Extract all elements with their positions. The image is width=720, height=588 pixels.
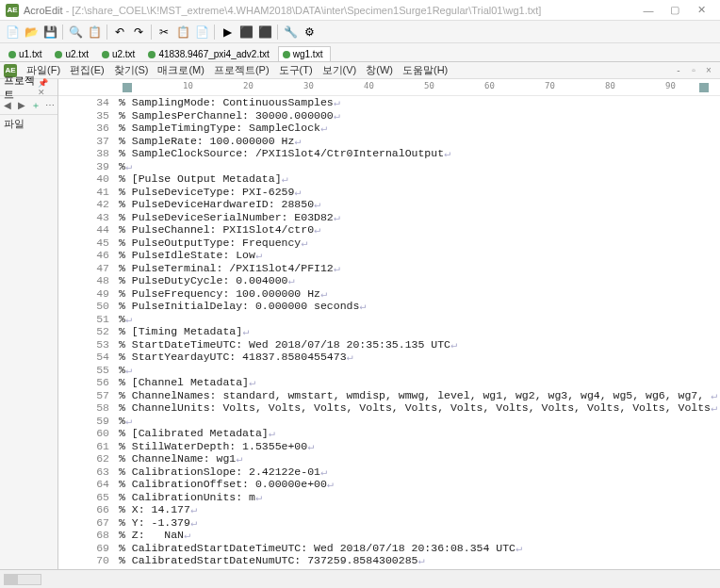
line-text[interactable]: % ChannelNames: standard, wmstart, wmdis… xyxy=(119,389,720,402)
line-text[interactable]: % StartDateTimeUTC: Wed 2018/07/18 20:35… xyxy=(119,338,720,351)
line-text[interactable]: % [Calibrated Metadata]↵ xyxy=(119,427,720,440)
code-line[interactable]: 70% CalibratedStartDateNumUTC: 737259.85… xyxy=(58,554,720,567)
sidebar-pin-icon[interactable]: 📌 ✕ xyxy=(38,78,54,97)
mdi-restore[interactable]: ▫ xyxy=(686,65,701,75)
code-line[interactable]: 44% PulseChannel: PXI1Slot4/ctr0↵ xyxy=(58,223,720,237)
line-text[interactable]: % SamplingMode: ContinuousSamples↵ xyxy=(119,96,720,109)
menu-도움말(H)[interactable]: 도움말(H) xyxy=(398,64,452,75)
toolbar-button-4[interactable]: 🔍 xyxy=(67,24,84,41)
sidebar-more-icon[interactable]: ⋯ xyxy=(43,99,56,112)
line-text[interactable]: % [Pulse Output Metadata]↵ xyxy=(119,172,720,186)
toolbar-button-12[interactable]: 📄 xyxy=(193,24,210,41)
menu-프로젝트(P)[interactable]: 프로젝트(P) xyxy=(209,64,274,75)
toolbar-button-10[interactable]: ✂ xyxy=(155,24,172,41)
code-line[interactable]: 52% [Timing Metadata]↵ xyxy=(58,325,720,338)
code-area[interactable]: 34% SamplingMode: ContinuousSamples↵35% … xyxy=(58,96,720,569)
toolbar-button-2[interactable]: 💾 xyxy=(41,24,58,41)
line-text[interactable]: %↵ xyxy=(119,567,720,570)
code-line[interactable]: 47% PulseTerminal: /PXI1Slot4/PFI12↵ xyxy=(58,262,720,275)
code-line[interactable]: 59%↵ xyxy=(58,415,720,428)
toolbar-button-19[interactable]: ⚙ xyxy=(301,24,318,41)
line-text[interactable]: % ChannelUnits: Volts, Volts, Volts, Vol… xyxy=(119,401,720,415)
line-text[interactable]: % Z: NaN↵ xyxy=(119,529,720,542)
code-line[interactable]: 63% CalibrationSlope: 2.42122e-01↵ xyxy=(58,466,720,479)
line-text[interactable]: % X: 14.177↵ xyxy=(119,503,720,516)
menu-보기(V)[interactable]: 보기(V) xyxy=(318,64,362,75)
code-line[interactable]: 39%↵ xyxy=(58,160,720,173)
line-text[interactable]: % PulseDeviceSerialNumber: E03D82↵ xyxy=(119,211,720,224)
code-line[interactable]: 60% [Calibrated Metadata]↵ xyxy=(58,427,720,440)
line-text[interactable]: %↵ xyxy=(119,313,720,326)
line-text[interactable]: % PulseIdleState: Low↵ xyxy=(119,249,720,262)
line-text[interactable]: %↵ xyxy=(119,160,720,173)
sidebar-fwd-icon[interactable]: ▶ xyxy=(16,99,28,112)
menu-창(W)[interactable]: 창(W) xyxy=(361,64,398,75)
code-line[interactable]: 64% CalibrationOffset: 0.00000e+00↵ xyxy=(58,478,720,491)
window-minimize[interactable]: — xyxy=(635,2,662,19)
toolbar-button-8[interactable]: ↷ xyxy=(130,24,147,41)
line-text[interactable]: % CalibrationUnits: m↵ xyxy=(119,491,720,504)
line-text[interactable]: % PulseDutyCycle: 0.004000↵ xyxy=(119,274,720,287)
line-text[interactable]: % [Timing Metadata]↵ xyxy=(119,325,720,338)
code-line[interactable]: 56% [Channel Metadata]↵ xyxy=(58,376,720,389)
code-line[interactable]: 49% PulseFrequency: 100.000000 Hz↵ xyxy=(58,287,720,301)
code-line[interactable]: 40% [Pulse Output Metadata]↵ xyxy=(58,172,720,186)
code-line[interactable]: 58% ChannelUnits: Volts, Volts, Volts, V… xyxy=(58,401,720,415)
toolbar-button-1[interactable]: 📂 xyxy=(23,24,40,41)
tab-u2.txt[interactable]: u2.txt xyxy=(97,46,143,61)
line-text[interactable]: % SampleRate: 100.000000 Hz↵ xyxy=(119,135,720,148)
code-line[interactable]: 54% StartYeardayUTC: 41837.8580455473↵ xyxy=(58,351,720,364)
line-text[interactable]: % [Channel Metadata]↵ xyxy=(119,376,720,389)
line-text[interactable]: % CalibratedStartDateNumUTC: 737259.8584… xyxy=(119,554,720,567)
toolbar-button-7[interactable]: ↶ xyxy=(111,24,128,41)
code-line[interactable]: 41% PulseDeviceType: PXI-6259↵ xyxy=(58,186,720,199)
code-line[interactable]: 71%↵ xyxy=(58,567,720,570)
code-line[interactable]: 43% PulseDeviceSerialNumber: E03D82↵ xyxy=(58,211,720,224)
line-text[interactable]: % Y: -1.379↵ xyxy=(119,516,720,530)
tab-u1.txt[interactable]: u1.txt xyxy=(4,46,50,61)
toolbar-button-5[interactable]: 📋 xyxy=(86,24,103,41)
menu-편집(E)[interactable]: 편집(E) xyxy=(65,64,109,75)
code-line[interactable]: 34% SamplingMode: ContinuousSamples↵ xyxy=(58,96,720,109)
code-line[interactable]: 38% SampleClockSource: /PXI1Slot4/Ctr0In… xyxy=(58,147,720,160)
line-text[interactable]: % CalibratedStartDateTimeUTC: Wed 2018/0… xyxy=(119,542,720,555)
code-line[interactable]: 48% PulseDutyCycle: 0.004000↵ xyxy=(58,274,720,287)
line-text[interactable]: % ChannelName: wg1↵ xyxy=(119,452,720,466)
line-text[interactable]: % PulseInitialDelay: 0.000000 seconds↵ xyxy=(119,300,720,313)
menu-매크로(M)[interactable]: 매크로(M) xyxy=(153,64,209,75)
line-text[interactable]: % PulseDeviceHardwareID: 28850↵ xyxy=(119,198,720,211)
code-line[interactable]: 42% PulseDeviceHardwareID: 28850↵ xyxy=(58,198,720,211)
code-line[interactable]: 35% SamplesPerChannel: 30000.000000↵ xyxy=(58,109,720,122)
code-line[interactable]: 46% PulseIdleState: Low↵ xyxy=(58,249,720,262)
toolbar-button-18[interactable]: 🔧 xyxy=(282,24,299,41)
toolbar-button-15[interactable]: ⬛ xyxy=(237,24,254,41)
code-line[interactable]: 65% CalibrationUnits: m↵ xyxy=(58,491,720,504)
mdi-minimize[interactable]: - xyxy=(671,65,686,75)
line-text[interactable]: %↵ xyxy=(119,415,720,428)
code-line[interactable]: 45% PulseOutputType: Frequency↵ xyxy=(58,237,720,250)
ruler-marker[interactable] xyxy=(699,83,709,92)
line-text[interactable]: % PulseDeviceType: PXI-6259↵ xyxy=(119,186,720,199)
tab-wg1.txt[interactable]: wg1.txt xyxy=(278,46,332,61)
line-text[interactable]: % StartYeardayUTC: 41837.8580455473↵ xyxy=(119,351,720,364)
line-text[interactable]: % PulseTerminal: /PXI1Slot4/PFI12↵ xyxy=(119,262,720,275)
code-line[interactable]: 37% SampleRate: 100.000000 Hz↵ xyxy=(58,135,720,148)
window-maximize[interactable]: ▢ xyxy=(662,2,688,19)
horizontal-scrollbar[interactable] xyxy=(4,574,41,585)
line-text[interactable]: % StillWaterDepth: 1.5355e+00↵ xyxy=(119,440,720,453)
line-text[interactable]: % PulseOutputType: Frequency↵ xyxy=(119,237,720,250)
line-text[interactable]: % SamplesPerChannel: 30000.000000↵ xyxy=(119,109,720,122)
code-line[interactable]: 68% Z: NaN↵ xyxy=(58,529,720,542)
code-line[interactable]: 55%↵ xyxy=(58,364,720,377)
mdi-close[interactable]: × xyxy=(701,65,716,75)
line-text[interactable]: % CalibrationOffset: 0.00000e+00↵ xyxy=(119,478,720,491)
sidebar-add-icon[interactable]: ＋ xyxy=(30,99,42,112)
line-text[interactable]: %↵ xyxy=(119,364,720,377)
toolbar-button-0[interactable]: 📄 xyxy=(4,24,21,41)
code-line[interactable]: 69% CalibratedStartDateTimeUTC: Wed 2018… xyxy=(58,542,720,555)
window-close[interactable]: ✕ xyxy=(688,2,714,19)
toolbar-button-16[interactable]: ⬛ xyxy=(256,24,273,41)
line-text[interactable]: % PulseFrequency: 100.000000 Hz↵ xyxy=(119,287,720,301)
toolbar-button-14[interactable]: ▶ xyxy=(219,24,236,41)
ruler-marker[interactable] xyxy=(123,83,132,92)
